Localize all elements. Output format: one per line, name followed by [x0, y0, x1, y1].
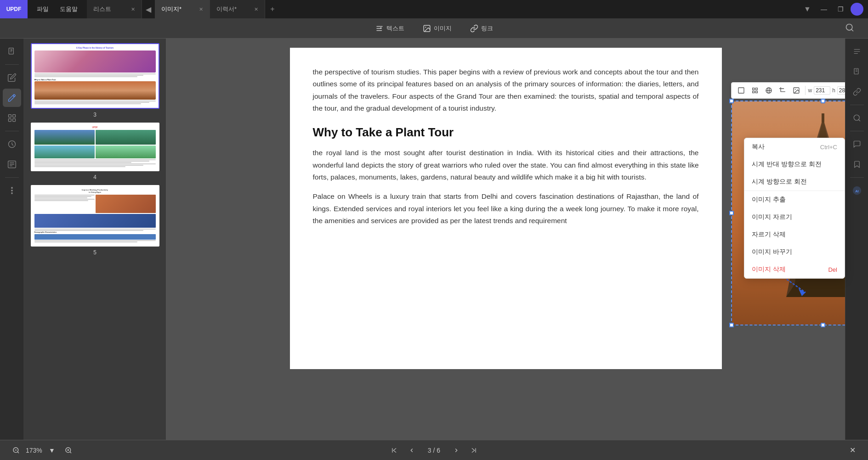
tab-reader[interactable]: 이력서* ✕: [210, 0, 265, 18]
menu-help[interactable]: 도움말: [55, 3, 82, 15]
zoom-in-button[interactable]: [62, 443, 75, 457]
img-tool-crop[interactable]: [777, 84, 789, 96]
toolbar-image-label: 이미지: [434, 24, 452, 33]
thumbnail-panel: A Key Phase in the History of Tourism Wh…: [24, 39, 166, 440]
zoom-out-button[interactable]: [9, 443, 23, 457]
right-icon-ai[interactable]: AI: [848, 181, 866, 200]
handle-middle-left[interactable]: [729, 211, 734, 215]
bottom-nav-bar: 173% ▼ 3 / 6 ✕: [0, 440, 868, 460]
minimize-button[interactable]: —: [817, 3, 830, 16]
toolbar-text[interactable]: 텍스트: [371, 22, 409, 34]
svg-point-19: [11, 193, 12, 194]
ctx-extract[interactable]: 이미지 추출: [744, 191, 845, 208]
handle-top-center[interactable]: [821, 99, 825, 103]
search-button[interactable]: [845, 23, 854, 34]
sidebar-icon-extract[interactable]: [3, 135, 21, 153]
ctx-rotate-ccw[interactable]: 시계 반대 방향으로 회전: [744, 156, 845, 173]
sidebar-icon-edit[interactable]: [3, 68, 21, 87]
zoom-dropdown[interactable]: ▼: [45, 443, 59, 457]
next-page-button[interactable]: [449, 443, 463, 457]
right-icon-link[interactable]: [848, 83, 866, 101]
ctx-rotate-ccw-label: 시계 반대 방향으로 회전: [752, 160, 822, 168]
right-divider-3: [850, 177, 864, 178]
ctx-crop[interactable]: 이미지 자르기: [744, 208, 845, 226]
ctx-remove-crop[interactable]: 자르기 삭제: [744, 226, 845, 243]
svg-rect-0: [380, 27, 381, 28]
svg-rect-10: [8, 119, 11, 122]
right-icon-comment[interactable]: [848, 135, 866, 153]
img-tool-1[interactable]: [735, 84, 747, 96]
toolbar-link-label: 링크: [481, 24, 493, 33]
thumb-label-3: 3: [93, 112, 96, 118]
paragraph-1: the royal land is the most sought after …: [313, 147, 699, 183]
handle-top-left[interactable]: [729, 99, 734, 103]
toolbar-image[interactable]: 이미지: [418, 22, 456, 34]
app-logo: UPDF: [0, 0, 28, 18]
toolbar-link[interactable]: 링크: [465, 22, 498, 34]
document-area: the perspective of tourism studies. This…: [166, 39, 845, 440]
text-icon: [375, 24, 384, 33]
img-tool-3[interactable]: [763, 84, 775, 96]
img-tool-replace[interactable]: [790, 84, 802, 96]
prev-page-button[interactable]: [405, 443, 419, 457]
tab-dropdown-button[interactable]: ▼: [801, 0, 814, 18]
ctx-copy[interactable]: 복사 Ctrl+C: [744, 138, 845, 156]
svg-point-2: [425, 27, 426, 28]
current-page: 3: [428, 447, 431, 454]
ctx-rotate-cw[interactable]: 시계 방향으로 회전: [744, 173, 845, 191]
ctx-delete[interactable]: 이미지 삭제 Del: [744, 261, 845, 278]
first-page-button[interactable]: [387, 443, 401, 457]
width-input[interactable]: [814, 86, 830, 95]
handle-bottom-center[interactable]: [821, 323, 825, 327]
ctx-copy-label: 복사: [752, 143, 765, 151]
tab-reader-close[interactable]: ✕: [254, 6, 258, 12]
sidebar-icon-more[interactable]: [3, 181, 21, 200]
svg-text:AI: AI: [855, 189, 858, 193]
tabs-bar: 리스트 ✕ ◀ 이미지* ✕ 이력서* ✕ +: [87, 0, 796, 18]
tab-add-button[interactable]: +: [265, 0, 280, 18]
svg-rect-9: [12, 115, 15, 118]
paragraph-2: Palace on Wheels is a luxury train that …: [313, 191, 699, 227]
ctx-crop-label: 이미지 자르기: [752, 213, 792, 221]
height-input[interactable]: [837, 86, 845, 95]
close-nav-button[interactable]: ✕: [846, 444, 859, 457]
image-size-display: w h: [808, 86, 845, 95]
thumbnail-page-5[interactable]: Improve Working Productivityin Using App…: [28, 185, 161, 256]
sidebar-divider-1: [5, 64, 19, 65]
right-icon-bookmark[interactable]: [848, 155, 866, 174]
ctx-replace[interactable]: 이미지 바꾸기: [744, 243, 845, 261]
right-divider-2: [850, 131, 864, 131]
last-page-button[interactable]: [467, 443, 481, 457]
main-area: A Key Phase in the History of Tourism Wh…: [0, 39, 868, 440]
tab-list-label: 리스트: [93, 5, 111, 13]
tab-arrow[interactable]: ◀: [142, 0, 155, 18]
maximize-button[interactable]: ❐: [834, 3, 847, 16]
thumbnail-page-3[interactable]: A Key Phase in the History of Tourism Wh…: [28, 43, 161, 118]
tab-image-close[interactable]: ✕: [199, 6, 203, 12]
total-pages: 6: [437, 447, 440, 454]
right-icon-pages[interactable]: [848, 62, 866, 81]
sidebar-icon-pages[interactable]: [3, 42, 21, 61]
tab-list[interactable]: 리스트 ✕: [87, 0, 142, 18]
svg-rect-8: [8, 115, 11, 118]
sidebar-icon-annotate[interactable]: [3, 89, 21, 107]
right-icon-zoom[interactable]: [848, 109, 866, 127]
toolbar-row: 텍스트 이미지 링크: [0, 18, 868, 39]
img-tool-2[interactable]: [749, 84, 761, 96]
svg-point-22: [794, 89, 795, 90]
thumbnail-page-4[interactable]: UPDF 4: [28, 123, 161, 180]
tab-list-close[interactable]: ✕: [131, 6, 135, 12]
sidebar-icon-forms[interactable]: [3, 155, 21, 174]
right-icon-text[interactable]: [848, 42, 866, 61]
ctx-delete-label: 이미지 삭제: [752, 265, 786, 274]
zoom-controls: 173% ▼: [9, 443, 75, 457]
handle-bottom-left[interactable]: [729, 323, 734, 327]
user-avatar[interactable]: [851, 3, 863, 16]
tab-image-label: 이미지*: [161, 5, 182, 13]
menu-file[interactable]: 파일: [32, 3, 53, 15]
svg-rect-23: [822, 113, 824, 123]
image-icon: [423, 24, 431, 33]
tab-image[interactable]: 이미지* ✕: [155, 0, 210, 18]
sidebar-divider-3: [5, 177, 19, 178]
sidebar-icon-organize[interactable]: [3, 109, 21, 127]
